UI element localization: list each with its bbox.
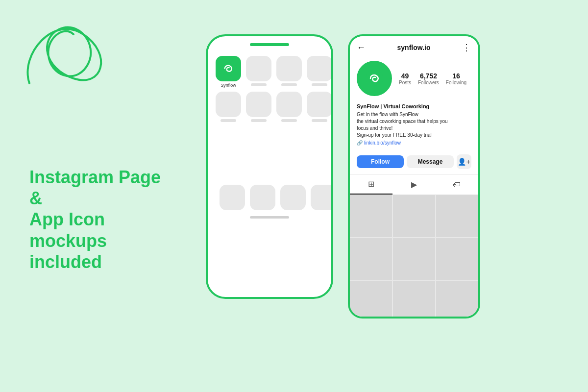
svg-point-0 [220,61,236,76]
decorative-swirl [15,5,122,93]
grid-cell-7[interactable] [350,281,392,318]
followers-count: 6,752 [420,72,437,80]
ig-profile-section: 49 Posts 6,752 Followers 16 Following [350,56,478,101]
ig-avatar [357,61,392,96]
ig-tabs: ⊞ ▶ 🏷 [350,174,478,195]
grid-cell-6[interactable] [436,238,478,280]
instagram-screen: ← synflow.io ⋮ 49 Posts [350,36,478,317]
app-col-8 [307,92,332,122]
ig-stat-followers: 6,752 Followers [418,72,439,85]
tab-grid[interactable]: ⊞ [350,174,392,195]
more-options-icon[interactable]: ⋮ [462,42,471,53]
grid-cell-8[interactable] [393,281,435,318]
phones-area: Synflow [206,34,480,318]
ig-bio-name: SynFlow | Virtual Coworking [357,103,471,110]
app-col-7 [276,92,302,122]
posts-label: Posts [399,80,411,85]
app-label-line-4 [312,83,327,86]
app-label-line-2 [251,83,266,86]
following-count: 16 [452,72,460,80]
blank-app-icon-7 [276,92,302,117]
dock-icon-1 [220,185,245,210]
ig-topbar: ← synflow.io ⋮ [350,36,478,56]
app-col-5 [216,92,241,122]
app-label-line-3 [281,83,296,86]
blank-app-icon-2 [276,56,302,81]
following-label: Following [446,80,466,85]
ig-photo-grid [350,195,478,318]
posts-count: 49 [401,72,409,80]
phone1-mockup: Synflow [206,34,333,299]
mid-spacer [216,126,323,185]
blank-app-icon-1 [246,56,271,81]
followers-label: Followers [418,80,439,85]
blank-app-icon-5 [216,92,241,117]
app-col-3 [276,56,302,88]
app-row-1: Synflow [216,56,323,88]
blank-app-icon-3 [307,56,332,81]
grid-cell-1[interactable] [350,195,392,237]
phone2-mockup: ← synflow.io ⋮ 49 Posts [348,34,480,318]
ig-stats: 49 Posts 6,752 Followers 16 Following [399,72,471,85]
add-friend-button[interactable]: 👤+ [457,154,471,169]
app-row-2 [216,92,323,122]
ig-stat-posts: 49 Posts [399,72,411,85]
grid-cell-5[interactable] [393,238,435,280]
app-col-2 [246,56,271,88]
follow-button[interactable]: Follow [357,155,404,168]
headline-block: Instagram Page & App Icon mockups includ… [29,167,176,272]
blank-app-icon-8 [307,92,332,117]
synflow-app-label: Synflow [220,83,236,88]
home-indicator [250,216,289,219]
reels-icon: ▶ [411,180,417,189]
dock-area [220,185,319,210]
grid-icon: ⊞ [368,179,374,189]
app-label-line-5 [220,119,236,122]
link-icon: 🔗 [357,140,363,146]
ig-bio: SynFlow | Virtual Coworking Get in the f… [350,101,478,150]
app-label-line-6 [251,119,266,122]
dock-icon-4 [311,185,333,210]
phone1-content: Synflow [208,46,331,226]
ig-username: synflow.io [397,44,431,51]
grid-cell-2[interactable] [393,195,435,237]
app-label-line-7 [281,119,296,122]
svg-point-1 [366,70,383,87]
dock-icon-2 [250,185,275,210]
ig-stat-following: 16 Following [446,72,466,85]
synflow-app-col: Synflow [216,56,241,88]
grid-cell-4[interactable] [350,238,392,280]
tagged-icon: 🏷 [453,180,461,189]
grid-cell-3[interactable] [436,195,478,237]
headline-text: Instagram Page & App Icon mockups includ… [29,167,176,272]
dock-icon-3 [280,185,306,210]
tab-reels[interactable]: ▶ [392,174,435,195]
ig-bio-link[interactable]: 🔗 linkin.bio/synflow [357,140,471,146]
person-add-icon: 👤+ [458,158,470,166]
app-label-line-8 [312,119,327,122]
message-button[interactable]: Message [407,155,454,168]
blank-app-icon-6 [246,92,271,117]
synflow-app-icon[interactable] [216,56,241,81]
ig-bio-text: Get in the flow with SynFlow the virtual… [357,111,471,139]
app-col-6 [246,92,271,122]
back-button[interactable]: ← [357,43,366,53]
ig-actions: Follow Message 👤+ [350,150,478,174]
app-col-4 [307,56,332,88]
tab-tagged[interactable]: 🏷 [436,174,478,195]
grid-cell-9[interactable] [436,281,478,318]
